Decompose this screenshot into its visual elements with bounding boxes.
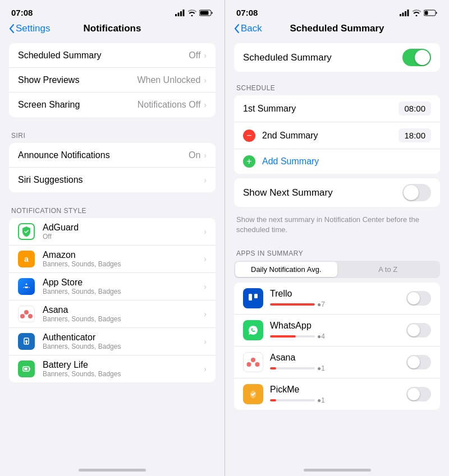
home-indicator-left (0, 457, 224, 476)
toggle-thumb (415, 50, 430, 65)
show-next-summary-card: Show Next Summary (234, 178, 440, 207)
asana-bar-fill (270, 367, 276, 369)
list-item[interactable]: WhatsApp ●4 (234, 315, 440, 346)
chevron-authenticator: › (204, 337, 207, 346)
battery-icon (199, 10, 213, 16)
back-button-right[interactable]: Back (234, 23, 262, 34)
svg-point-24 (247, 362, 251, 367)
trello-toggle[interactable] (406, 291, 431, 306)
svg-rect-22 (254, 294, 258, 298)
list-item[interactable]: Trello ●7 (234, 283, 440, 315)
first-summary-label: 1st Summary (243, 104, 398, 114)
sort-tab-daily-avg[interactable]: Daily Notification Avg. (235, 262, 337, 277)
svg-point-23 (251, 358, 255, 362)
remove-second-summary-button[interactable]: − (243, 130, 255, 142)
chevron-adguard: › (204, 227, 207, 236)
whatsapp-toggle-thumb (407, 324, 420, 336)
authenticator-sub: Banners, Sounds, Badges (43, 343, 204, 350)
svg-rect-1 (178, 12, 180, 16)
scroll-area-right[interactable]: Scheduled Summary SCHEDULE 1st Summary 0… (225, 39, 449, 457)
chevron-appstore: › (204, 282, 207, 291)
trello-bar-fill (270, 303, 315, 306)
scroll-area-left[interactable]: Scheduled Summary Off › Show Previews Wh… (0, 39, 224, 457)
wifi-icon (187, 10, 196, 16)
batterylife-name: Battery Life (43, 360, 204, 370)
svg-rect-15 (400, 14, 401, 16)
svg-rect-21 (249, 294, 252, 301)
amazon-name: Amazon (43, 250, 204, 260)
list-item[interactable]: Asana Banners, Sounds, Badges › (9, 301, 216, 328)
asana-toggle-thumb (407, 356, 420, 368)
first-summary-row[interactable]: 1st Summary 08:00 (234, 95, 440, 122)
pickme-toggle[interactable] (406, 387, 431, 401)
sort-tab-a-to-z[interactable]: A to Z (337, 262, 439, 277)
svg-point-7 (20, 314, 25, 318)
show-next-summary-toggle[interactable] (402, 184, 431, 201)
schedule-card: 1st Summary 08:00 − 2nd Summary 18:00 + … (234, 95, 440, 174)
adguard-icon (18, 223, 35, 240)
svg-rect-11 (26, 342, 27, 344)
back-label-right: Back (241, 23, 262, 34)
list-item[interactable]: Authenticator Banners, Sounds, Badges › (9, 328, 216, 355)
trello-bar-track (270, 303, 315, 306)
list-item[interactable]: a Amazon Banners, Sounds, Badges › (9, 246, 216, 273)
scheduled-summary-toggle-label: Scheduled Summary (243, 52, 402, 63)
whatsapp-toggle[interactable] (406, 323, 431, 338)
list-item[interactable]: PickMe ●1 (234, 378, 440, 410)
first-summary-time[interactable]: 08:00 (398, 101, 431, 115)
wifi-icon-right (412, 10, 421, 16)
show-previews-row[interactable]: Show Previews When Unlocked › (9, 68, 216, 93)
list-item[interactable]: Asana ●1 (234, 346, 440, 378)
siri-suggestions-row[interactable]: Siri Suggestions › (9, 168, 216, 192)
whatsapp-count: ●4 (317, 332, 325, 340)
authenticator-name: Authenticator (43, 332, 204, 343)
pickme-bar-track (270, 399, 315, 401)
screen-sharing-value: Notifications Off (138, 100, 201, 110)
trello-name: Trello (270, 289, 406, 299)
appstore-sub: Banners, Sounds, Badges (43, 288, 204, 295)
home-bar-right (304, 469, 371, 472)
asana-bar-track (270, 367, 315, 369)
nav-bar-right: Back Scheduled Summary (225, 21, 449, 39)
right-panel: 07:08 B (224, 0, 449, 476)
announce-notifications-row[interactable]: Announce Notifications On › (9, 143, 216, 168)
list-item[interactable]: AdGuard Off › (9, 218, 216, 246)
pickme-info: PickMe ●1 (270, 385, 406, 404)
appstore-name: App Store (43, 278, 204, 288)
second-summary-label: 2nd Summary (262, 131, 398, 141)
second-summary-row[interactable]: − 2nd Summary 18:00 (234, 122, 440, 149)
add-summary-row[interactable]: + Add Summary (234, 149, 440, 174)
back-label-left: Settings (16, 23, 50, 34)
second-summary-time[interactable]: 18:00 (398, 128, 431, 142)
home-indicator-right (225, 457, 449, 476)
home-bar-left (79, 469, 146, 472)
notif-style-label: NOTIFICATION STYLE (0, 197, 224, 218)
svg-point-8 (28, 314, 33, 318)
svg-rect-17 (405, 11, 406, 16)
svg-rect-2 (180, 11, 182, 16)
svg-rect-20 (425, 11, 428, 15)
back-button-left[interactable]: Settings (9, 23, 50, 34)
schedule-section-label: SCHEDULE (225, 76, 449, 95)
asana-name: Asana (43, 305, 204, 315)
asana-right-icon (243, 352, 263, 372)
add-summary-button[interactable]: + (243, 155, 255, 168)
amazon-info: Amazon Banners, Sounds, Badges (43, 250, 204, 268)
screen-sharing-row[interactable]: Screen Sharing Notifications Off › (9, 93, 216, 117)
list-item[interactable]: App Store Banners, Sounds, Badges › (9, 273, 216, 301)
whatsapp-bar: ●4 (270, 332, 406, 340)
svg-point-6 (24, 310, 29, 315)
svg-rect-14 (24, 368, 28, 370)
pickme-toggle-thumb (407, 388, 420, 400)
scheduled-summary-label: Scheduled Summary (18, 50, 189, 61)
list-item[interactable]: Battery Life Banners, Sounds, Badges › (9, 355, 216, 382)
whatsapp-info: WhatsApp ●4 (270, 321, 406, 340)
show-next-toggle-thumb (404, 185, 419, 200)
asana-toggle[interactable] (406, 355, 431, 369)
trello-info: Trello ●7 (270, 289, 406, 308)
sort-tabs: Daily Notification Avg. A to Z (234, 261, 440, 278)
asana-info: Asana Banners, Sounds, Badges (43, 305, 204, 323)
scheduled-summary-row[interactable]: Scheduled Summary Off › (9, 43, 216, 68)
chevron-icon-siri-0: › (204, 151, 207, 160)
scheduled-summary-toggle[interactable] (402, 49, 431, 66)
